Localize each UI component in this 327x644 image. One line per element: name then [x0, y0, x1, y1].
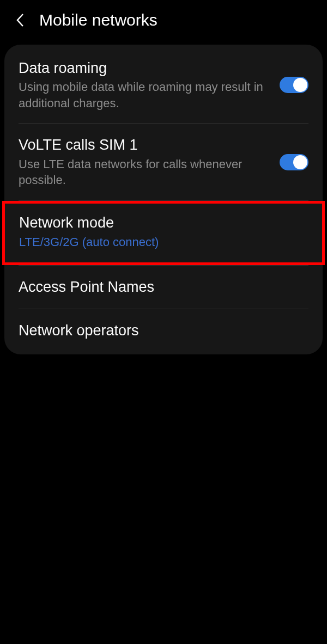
item-text: Network operators: [19, 321, 308, 340]
item-text: VoLTE calls SIM 1 Use LTE data networks …: [19, 136, 280, 188]
item-volte[interactable]: VoLTE calls SIM 1 Use LTE data networks …: [4, 124, 323, 200]
item-subtitle: Use LTE data networks for calls whenever…: [19, 156, 272, 188]
toggle-data-roaming[interactable]: [280, 77, 308, 93]
item-title: Access Point Names: [19, 278, 301, 297]
item-text: Access Point Names: [19, 278, 308, 297]
item-title: Network mode: [19, 213, 300, 232]
item-subtitle: Using mobile data while roaming may resu…: [19, 79, 272, 111]
item-subtitle: LTE/3G/2G (auto connect): [19, 234, 300, 250]
header: Mobile networks: [0, 0, 327, 45]
toggle-knob: [293, 78, 307, 92]
toggle-volte[interactable]: [280, 154, 308, 170]
item-title: Network operators: [19, 321, 301, 340]
item-apn[interactable]: Access Point Names: [4, 266, 323, 309]
settings-panel: Data roaming Using mobile data while roa…: [4, 45, 323, 354]
item-text: Network mode LTE/3G/2G (auto connect): [19, 213, 308, 250]
item-title: VoLTE calls SIM 1: [19, 136, 272, 155]
item-title: Data roaming: [19, 59, 272, 78]
toggle-knob: [293, 155, 307, 169]
item-data-roaming[interactable]: Data roaming Using mobile data while roa…: [4, 47, 323, 123]
page-title: Mobile networks: [39, 11, 158, 29]
back-icon[interactable]: [12, 12, 28, 28]
item-network-mode[interactable]: Network mode LTE/3G/2G (auto connect): [2, 201, 325, 265]
item-text: Data roaming Using mobile data while roa…: [19, 59, 280, 111]
item-network-operators[interactable]: Network operators: [4, 309, 323, 352]
